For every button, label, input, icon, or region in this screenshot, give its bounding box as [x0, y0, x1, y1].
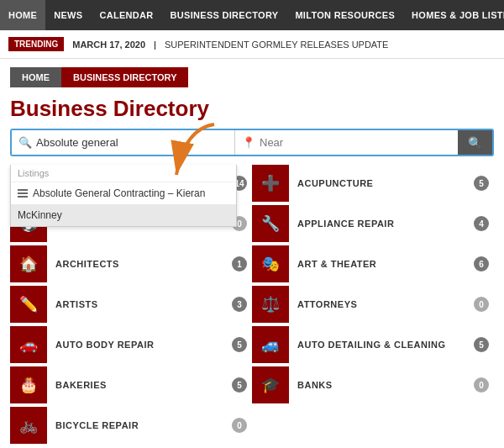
artists-icon: ✏️: [10, 286, 47, 323]
nav-business-directory[interactable]: BUSINESS DIRECTORY: [162, 0, 287, 30]
category-auto-detailing[interactable]: 🚙 AUTO DETAILING & CLEANING 5: [252, 326, 494, 363]
category-artists[interactable]: ✏️ ARTISTS 3: [10, 286, 252, 323]
acupuncture-label: ACUPUNCTURE: [289, 178, 474, 188]
search-dropdown: Listings Absolute General Contracting – …: [10, 165, 237, 227]
architects-icon: 🏠: [10, 245, 47, 282]
top-navigation: HOME NEWS CALENDAR BUSINESS DIRECTORY MI…: [0, 0, 504, 30]
category-acupuncture[interactable]: ➕ ACUPUNCTURE 5: [252, 165, 494, 202]
auto-body-repair-icon: 🚗: [10, 326, 47, 363]
trending-headline: SUPERINTENDENT GORMLEY RELEASES UPDATE: [165, 40, 389, 50]
auto-body-repair-label: AUTO BODY REPAIR: [47, 340, 232, 350]
near-wrap: 📍: [235, 130, 458, 155]
trending-date: MARCH 17, 2020: [72, 40, 145, 50]
architects-count: 1: [232, 256, 247, 271]
bakeries-label: BAKERIES: [47, 380, 232, 390]
nav-homes-job-listings[interactable]: HOMES & JOB LISTINGS: [403, 0, 504, 30]
category-banks[interactable]: 🎓 BANKS 0: [252, 366, 494, 403]
category-bakeries[interactable]: 🎂 BAKERIES 5: [10, 366, 252, 403]
acupuncture-count: 5: [474, 176, 489, 191]
art-theater-label: ART & THEATER: [289, 259, 474, 269]
trending-separator: |: [154, 40, 156, 50]
breadcrumb-home[interactable]: HOME: [10, 67, 61, 87]
attorneys-icon: ⚖️: [252, 286, 289, 323]
dropdown-item-1[interactable]: Absolute General Contracting – Kieran: [11, 182, 236, 204]
trending-bar: TRENDING MARCH 17, 2020 | SUPERINTENDENT…: [0, 30, 504, 59]
trending-badge: TRENDING: [8, 37, 64, 51]
search-input[interactable]: [36, 130, 228, 155]
breadcrumb: HOME BUSINESS DIRECTORY: [0, 59, 504, 87]
auto-detailing-count: 5: [474, 337, 489, 352]
nav-milton-resources[interactable]: MILTON RESOURCES: [286, 0, 403, 30]
banks-count: 0: [474, 377, 489, 393]
category-auto-body-repair[interactable]: 🚗 AUTO BODY REPAIR 5: [10, 326, 252, 363]
search-icon: 🔍: [18, 136, 32, 149]
category-attorneys[interactable]: ⚖️ ATTORNEYS 0: [252, 286, 494, 323]
art-theater-icon: 🎭: [252, 245, 289, 282]
dropdown-header: Listings: [11, 165, 236, 182]
category-bicycle-repair[interactable]: 🚲 BICYCLE REPAIR 0: [10, 407, 252, 444]
location-icon: 📍: [242, 136, 255, 149]
appliance-repair-count: 4: [474, 216, 489, 231]
attorneys-count: 0: [474, 297, 489, 312]
bakeries-icon: 🎂: [10, 366, 47, 403]
search-row: 🔍 📍 🔍: [10, 129, 494, 156]
acupuncture-icon: ➕: [252, 165, 289, 202]
keyword-wrap: 🔍: [12, 130, 235, 155]
category-art-theater[interactable]: 🎭 ART & THEATER 6: [252, 245, 494, 282]
auto-detailing-icon: 🚙: [252, 326, 289, 363]
art-theater-count: 6: [474, 256, 489, 271]
auto-body-repair-count: 5: [232, 337, 247, 352]
bicycle-repair-count: 0: [232, 418, 247, 433]
attorneys-label: ATTORNEYS: [289, 299, 474, 309]
listing-icon: [18, 189, 28, 198]
dropdown-item-2[interactable]: McKinney: [11, 204, 236, 226]
appliance-repair-icon: 🔧: [252, 205, 289, 242]
bicycle-repair-icon: 🚲: [10, 407, 47, 444]
search-container: 🔍 📍 🔍 Listings Absolute General Contract…: [0, 129, 504, 165]
auto-detailing-label: AUTO DETAILING & CLEANING: [289, 340, 474, 350]
dropdown-item-2-label: McKinney: [18, 209, 62, 221]
banks-icon: 🎓: [252, 366, 289, 403]
bakeries-count: 5: [232, 377, 247, 393]
near-input[interactable]: [260, 130, 451, 155]
nav-calendar[interactable]: CALENDAR: [91, 0, 161, 30]
artists-count: 3: [232, 297, 247, 312]
dropdown-item-1-label: Absolute General Contracting – Kieran: [33, 187, 205, 199]
page-title: Business Directory: [0, 87, 504, 129]
artists-label: ARTISTS: [47, 299, 232, 309]
banks-label: BANKS: [289, 380, 474, 390]
nav-news[interactable]: NEWS: [45, 0, 91, 30]
bicycle-repair-label: BICYCLE REPAIR: [47, 420, 232, 430]
architects-label: ARCHITECTS: [47, 259, 232, 269]
category-architects[interactable]: 🏠 ARCHITECTS 1: [10, 245, 252, 282]
nav-home[interactable]: HOME: [0, 0, 45, 30]
appliance-repair-label: APPLIANCE REPAIR: [289, 219, 474, 229]
breadcrumb-current[interactable]: BUSINESS DIRECTORY: [61, 67, 188, 87]
search-button[interactable]: 🔍: [458, 130, 492, 155]
category-appliance-repair[interactable]: 🔧 APPLIANCE REPAIR 4: [252, 205, 494, 242]
